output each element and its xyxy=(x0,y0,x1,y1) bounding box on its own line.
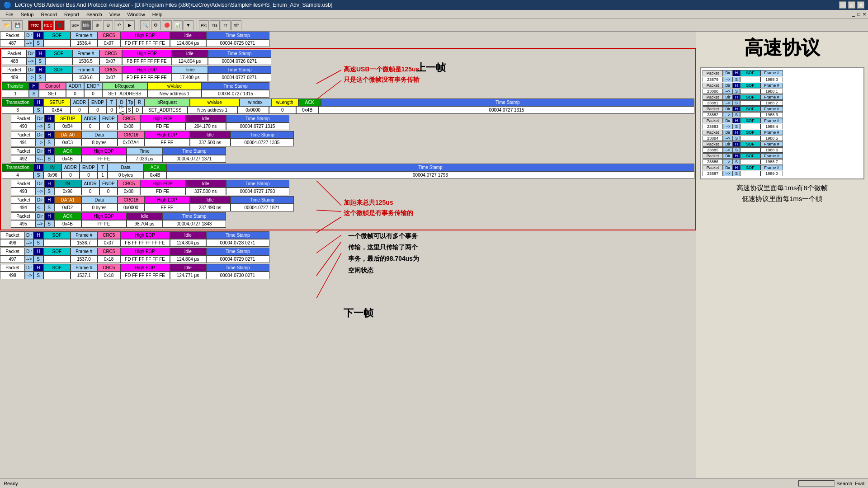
transfer-block: Transfer H Control ADDR ENDP bRequest wV… xyxy=(2,82,694,98)
tp-label: Tp xyxy=(127,99,135,106)
control-label: Control xyxy=(39,82,66,90)
menu-file[interactable]: File xyxy=(2,11,17,18)
hiEop-val-488: FB FF FF FF FF FE xyxy=(122,57,172,65)
addr-label-t: ADDR xyxy=(66,82,84,90)
t-label-4: T xyxy=(98,164,108,171)
hiEop-val-487: FD FF FF FF FF FE xyxy=(120,39,170,47)
hiEop-label-493: High EOP xyxy=(140,180,185,188)
ss-val-491: S xyxy=(44,139,54,146)
toolbar-btn-4[interactable]: bkk xyxy=(81,20,91,30)
wlen-val: 0 xyxy=(269,106,296,114)
menu-search[interactable]: Search xyxy=(83,11,106,18)
idle-val-490: 204.170 ns xyxy=(185,122,226,130)
transfer-s: S xyxy=(29,90,39,98)
ts-val-487: 00004.0725 0271 xyxy=(206,39,269,47)
status-scrollbar[interactable] xyxy=(798,480,835,487)
packet-scroll[interactable]: Packet Dir H SOF Frame # CRC5 High EOP I… xyxy=(0,32,696,478)
idle-val-496: 124.804 μs xyxy=(170,239,206,247)
toolbar-xfr[interactable]: Xfr xyxy=(231,20,241,30)
breq-val-t: SET_ADDRESS xyxy=(102,90,147,98)
toolbar-btn-stop[interactable]: ⬛ xyxy=(55,20,65,30)
toolbar-btn-8[interactable]: ▶ xyxy=(125,20,135,30)
dir-h-497: Dir xyxy=(25,248,33,255)
hiEop-label-489: High EOP xyxy=(122,66,172,74)
ts-label-487: Time Stamp xyxy=(206,32,269,39)
close-button[interactable]: ✕ xyxy=(857,1,864,9)
ss-val-497: S xyxy=(33,255,43,263)
dir-h-495: Dir xyxy=(36,212,44,220)
menu-view[interactable]: View xyxy=(106,11,124,18)
idle-label-496: Idle xyxy=(170,231,206,239)
toolbar-btn-10[interactable]: ⚙ xyxy=(151,20,161,30)
pkt-label-489: Packet xyxy=(2,66,27,74)
hiEop-val-491: FF FE xyxy=(145,139,190,146)
endp-label-3: ENDP xyxy=(89,99,107,106)
ts-label-495: Time Stamp xyxy=(163,212,226,220)
idle-val-494: 237.490 ns xyxy=(190,204,231,211)
hiEop-val-494: FF FE xyxy=(145,204,190,211)
t-val-4: 1 xyxy=(98,171,108,179)
endp-val-4: 0 xyxy=(80,171,98,179)
pkt-label-498: Packet xyxy=(0,264,25,272)
menu-setup[interactable]: Setup xyxy=(17,11,38,18)
frame-label-489: Frame # xyxy=(72,66,99,74)
minimize-button[interactable]: ─ xyxy=(839,1,846,9)
window-controls[interactable]: ─ □ ✕ xyxy=(839,1,864,9)
menu-help[interactable]: Help xyxy=(149,11,166,18)
hs-h-490: H xyxy=(44,115,54,122)
status-text: Ready xyxy=(4,481,18,486)
status-bar: Ready Search: Fwd xyxy=(0,478,868,488)
toolbar-btn-9[interactable]: 🔍 xyxy=(140,20,150,30)
dir-h-496: Dir xyxy=(25,231,33,239)
menu-record[interactable]: Record xyxy=(37,11,60,18)
toolbar-pkt[interactable]: Pkt xyxy=(199,20,209,30)
hiEop-val-495: FF FE xyxy=(81,220,127,228)
mini-pkt-23883-row: 23883 --> S 1988.4 xyxy=(703,124,862,129)
frame-label-487: Frame # xyxy=(71,32,98,39)
mini-pkt-23880-row: 23880 --> S 1988.1 xyxy=(703,89,862,94)
toolbar-btn-12[interactable]: 📊 xyxy=(173,20,183,30)
main-area: Packet Dir H SOF Frame # CRC5 High EOP I… xyxy=(0,32,868,478)
dir-h-494: Dir xyxy=(36,196,44,204)
toolbar-btn-trc[interactable]: TRC xyxy=(28,20,42,30)
hiEop-label-491: High EOP xyxy=(145,131,190,139)
maximize-button[interactable]: □ xyxy=(848,1,855,9)
idle-label-498: Idle xyxy=(170,264,206,272)
hs-h-488: H xyxy=(35,50,45,57)
packet-block-495: Packet Dir H ACK High EOP Idle Time Stam… xyxy=(11,212,694,228)
crc5-val-487: 0x07 xyxy=(98,39,120,47)
data-label-491: Data xyxy=(81,131,118,139)
toolbar-btn-5[interactable]: ⊕ xyxy=(92,20,102,30)
data-label-494: Data xyxy=(81,196,118,204)
packet-block-491: Packet Dir H DATA0 Data CRC16 High EOP I… xyxy=(11,131,694,146)
toolbar-btn-2[interactable]: 💾 xyxy=(13,20,23,30)
toolbar-btn-7[interactable]: ↶ xyxy=(114,20,124,30)
toolbar-tr[interactable]: Tr xyxy=(221,20,231,30)
menu-report[interactable]: Report xyxy=(61,11,83,18)
packet-block-498: Packet Dir H SOF Frame # CRC5 High EOP I… xyxy=(0,264,696,279)
toolbar-btn-11[interactable]: 🔴 xyxy=(162,20,172,30)
mini-pkt-23880-header: Packet Dir H SOF Frame # xyxy=(703,83,862,88)
toolbar-btn-6[interactable]: ⊖ xyxy=(103,20,113,30)
toolbar-btn-13[interactable]: ▼ xyxy=(184,20,193,30)
toolbar-trs[interactable]: Trs xyxy=(210,20,220,30)
setup-val: 0xB4 xyxy=(43,106,71,114)
idle-label-497: Idle xyxy=(170,248,206,255)
crc16-label-494: CRC16 xyxy=(118,196,145,204)
idle-label-490: Idle xyxy=(185,115,226,122)
menu-window[interactable]: Window xyxy=(124,11,149,18)
addr-val-4: 0 xyxy=(61,171,80,179)
mini-pkt-23887-header: Packet Dir H SOF Frame # xyxy=(703,165,862,170)
crc5-val-489: 0x07 xyxy=(99,74,122,81)
hs-h-493: H xyxy=(44,180,54,188)
toolbar-btn-1[interactable]: 📂 xyxy=(2,20,12,30)
ts-label-497: Time Stamp xyxy=(206,248,269,255)
pkt-label-487: Packet xyxy=(0,32,25,39)
toolbar-btn-3[interactable]: SoF xyxy=(70,20,80,30)
title-bar: 🔵 LeCroy USB Advisor Bus And Protocol An… xyxy=(0,0,868,10)
hiEop-label-494: High EOP xyxy=(145,196,190,204)
toolbar-btn-rec[interactable]: REC xyxy=(42,20,54,30)
mini-pkt-23886-row: 23886 --> S 1988.7 xyxy=(703,159,862,164)
dir-h-491: Dir xyxy=(36,131,44,139)
ack-495: ACK xyxy=(54,212,81,220)
